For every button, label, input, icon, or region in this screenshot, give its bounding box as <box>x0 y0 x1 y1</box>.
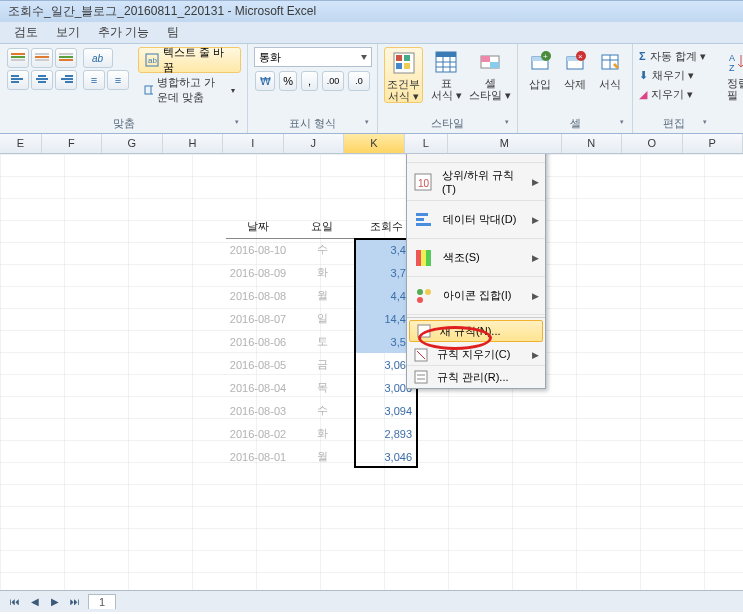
tab-nav-prev[interactable]: ◀ <box>28 596 42 607</box>
cell-date[interactable]: 2016-08-05 <box>226 353 290 376</box>
worksheet[interactable]: 날짜 요일 조회수 2016-08-10수3,48 2016-08-09화3,7… <box>0 154 743 612</box>
sheet-tab[interactable]: 1 <box>88 594 116 609</box>
tab-nav-first[interactable]: ⏮ <box>8 596 22 607</box>
col-header[interactable]: G <box>102 134 163 153</box>
cell-date[interactable]: 2016-08-07 <box>226 307 290 330</box>
col-header[interactable]: P <box>683 134 744 153</box>
svg-rect-9 <box>404 63 410 69</box>
cell-date[interactable]: 2016-08-02 <box>226 422 290 445</box>
cell-day[interactable]: 금 <box>290 353 354 376</box>
col-header[interactable]: M <box>448 134 561 153</box>
decrease-decimal-button[interactable]: .0 <box>348 71 370 91</box>
merge-icon <box>144 83 153 97</box>
fill-button[interactable]: ⬇ 채우기 ▾ <box>639 66 706 84</box>
merge-center-button[interactable]: 병합하고 가운데 맞춤 ▾ <box>138 77 241 103</box>
delete-button[interactable]: × 삭제 <box>559 47 590 92</box>
data-region: 날짜 요일 조회수 2016-08-10수3,48 2016-08-09화3,7… <box>226 216 418 468</box>
insert-button[interactable]: + 삽입 <box>524 47 555 92</box>
align-bottom-button[interactable] <box>55 48 77 68</box>
svg-rect-7 <box>404 55 410 61</box>
wrap-text-label: 텍스트 줄 바꿈 <box>163 45 234 75</box>
menu-top-bottom[interactable]: 10 상위/하위 규칙(T) ▶ <box>407 163 545 201</box>
cell-date[interactable]: 2016-08-01 <box>226 445 290 468</box>
decrease-indent-button[interactable]: ≡ <box>83 70 105 90</box>
tab-nav-last[interactable]: ⏭ <box>68 596 82 607</box>
col-header[interactable]: N <box>562 134 623 153</box>
svg-rect-40 <box>416 223 431 226</box>
conditional-formatting-icon <box>391 50 417 76</box>
conditional-formatting-button[interactable]: 조건부 서식 ▾ <box>384 47 423 103</box>
tab-review[interactable]: 검토 <box>14 24 38 41</box>
menu-label: 규칙 지우기(C) <box>437 347 510 362</box>
tab-view[interactable]: 보기 <box>56 24 80 41</box>
cell-views[interactable]: 3,046 <box>354 445 418 468</box>
cell-day[interactable]: 일 <box>290 307 354 330</box>
cell-views[interactable]: 3,094 <box>354 399 418 422</box>
group-sortfilter-partial: AZ 정렬 필 <box>715 44 743 133</box>
sort-filter-button[interactable]: AZ 정렬 필 <box>721 47 743 101</box>
col-header[interactable]: I <box>223 134 284 153</box>
tab-addins[interactable]: 추가 기능 <box>98 24 149 41</box>
menu-icon-sets[interactable]: 아이콘 집합(I) ▶ <box>407 277 545 315</box>
svg-rect-39 <box>416 218 424 221</box>
group-alignment: ab ≡ ≡ ab 텍스트 줄 바꿈 병합하고 가운데 맞춤 ▾ 맞춤 <box>0 44 248 133</box>
insert-label: 삽입 <box>529 77 551 92</box>
tab-nav-next[interactable]: ▶ <box>48 596 62 607</box>
cell-date[interactable]: 2016-08-09 <box>226 261 290 284</box>
cell-day[interactable]: 토 <box>290 330 354 353</box>
menu-clear-rules[interactable]: 규칙 지우기(C) ▶ <box>407 344 545 366</box>
clear-label: 지우기 ▾ <box>651 87 693 102</box>
increase-indent-button[interactable]: ≡ <box>107 70 129 90</box>
col-header[interactable]: H <box>163 134 224 153</box>
increase-decimal-button[interactable]: .00 <box>322 71 344 91</box>
menu-manage-rules[interactable]: 규칙 관리(R)... <box>407 366 545 388</box>
align-middle-button[interactable] <box>31 48 53 68</box>
align-center-button[interactable] <box>31 70 53 90</box>
menu-data-bars[interactable]: 데이터 막대(D) ▶ <box>407 201 545 239</box>
menu-new-rule[interactable]: 새 규칙(N)... <box>409 320 543 342</box>
cell-date[interactable]: 2016-08-06 <box>226 330 290 353</box>
format-as-table-button[interactable]: 표 서식 ▾ <box>427 47 465 101</box>
orientation-button[interactable]: ab <box>83 48 113 68</box>
currency-button[interactable]: ₩ <box>255 71 275 91</box>
cell-day[interactable]: 월 <box>290 445 354 468</box>
comma-button[interactable]: , <box>301 71 318 91</box>
autosum-button[interactable]: Σ 자동 합계 ▾ <box>639 47 706 65</box>
cell-day[interactable]: 수 <box>290 238 354 261</box>
number-format-dropdown[interactable]: 통화 <box>254 47 372 67</box>
svg-rect-6 <box>396 55 402 61</box>
percent-button[interactable]: % <box>279 71 296 91</box>
align-top-button[interactable] <box>7 48 29 68</box>
tab-team[interactable]: 팀 <box>167 24 179 41</box>
col-header[interactable]: J <box>284 134 345 153</box>
submenu-arrow-icon: ▶ <box>532 350 539 360</box>
col-header[interactable]: L <box>405 134 449 153</box>
clear-button[interactable]: ◢ 지우기 ▾ <box>639 85 706 103</box>
cell-date[interactable]: 2016-08-03 <box>226 399 290 422</box>
cell-styles-icon <box>477 49 503 75</box>
col-header[interactable]: E <box>0 134 42 153</box>
format-button[interactable]: 서식 <box>595 47 626 92</box>
autosum-label: 자동 합계 ▾ <box>650 49 706 64</box>
cell-day[interactable]: 목 <box>290 376 354 399</box>
delete-icon: × <box>562 49 588 75</box>
align-right-button[interactable] <box>55 70 77 90</box>
col-header-selected[interactable]: K <box>344 134 405 153</box>
cell-day[interactable]: 수 <box>290 399 354 422</box>
cell-day[interactable]: 화 <box>290 422 354 445</box>
col-header[interactable]: F <box>42 134 103 153</box>
cell-date[interactable]: 2016-08-08 <box>226 284 290 307</box>
cell-day[interactable]: 월 <box>290 284 354 307</box>
cell-styles-button[interactable]: 셀 스타일 ▾ <box>469 47 511 101</box>
cell-date[interactable]: 2016-08-10 <box>226 238 290 261</box>
menu-highlight-cells[interactable]: 셀 강조 규칙(H) ▶ <box>407 154 545 163</box>
wrap-text-button[interactable]: ab 텍스트 줄 바꿈 <box>138 47 241 73</box>
cell-views[interactable]: 2,893 <box>354 422 418 445</box>
cell-day[interactable]: 화 <box>290 261 354 284</box>
col-header[interactable]: O <box>622 134 683 153</box>
menu-color-scales[interactable]: 색조(S) ▶ <box>407 239 545 277</box>
cell-styles-label: 셀 스타일 ▾ <box>469 77 511 101</box>
align-left-button[interactable] <box>7 70 29 90</box>
orientation-icon: ab <box>91 51 105 65</box>
cell-date[interactable]: 2016-08-04 <box>226 376 290 399</box>
